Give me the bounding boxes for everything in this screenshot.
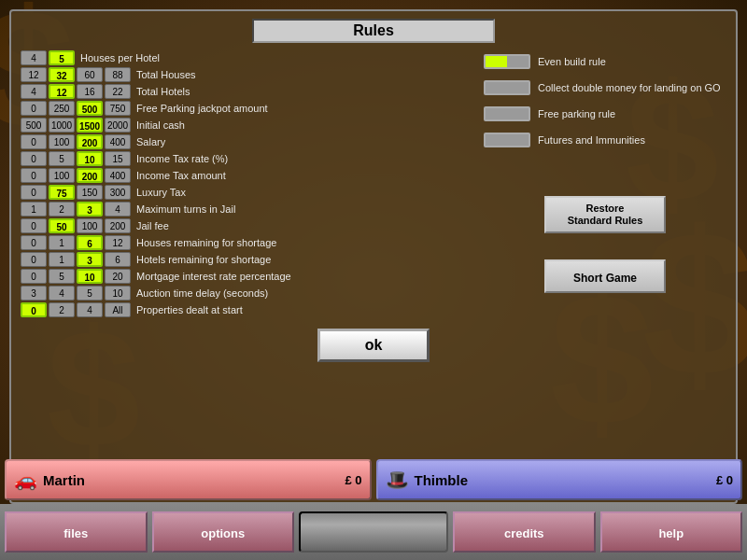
val-box-2-1[interactable]: 12 <box>49 84 75 99</box>
val-box-12-3[interactable]: 6 <box>105 252 131 267</box>
val-box-8-0[interactable]: 0 <box>21 185 47 200</box>
right-rule-row-0: Even build rule <box>484 54 726 69</box>
val-box-7-0[interactable]: 0 <box>21 168 47 183</box>
rule-row-1: 12326088Total Houses <box>21 67 474 82</box>
short-game-button[interactable]: Short Game <box>544 259 666 293</box>
val-box-4-2[interactable]: 1500 <box>77 118 103 133</box>
val-box-7-2[interactable]: 200 <box>77 168 103 183</box>
val-box-2-0[interactable]: 4 <box>21 84 47 99</box>
rule-row-6: 051015Income Tax rate (%) <box>21 151 474 166</box>
val-box-5-2[interactable]: 200 <box>77 134 103 149</box>
val-box-12-0[interactable]: 0 <box>21 252 47 267</box>
player-icon-martin: 🚗 <box>14 469 37 491</box>
val-box-4-1[interactable]: 1000 <box>49 118 75 133</box>
rule-row-5: 0100200400Salary <box>21 134 474 149</box>
player-panels: 🚗 Martin £ 0 🎩 Thimble £ 0 <box>0 459 747 502</box>
val-box-1-2[interactable]: 60 <box>77 67 103 82</box>
val-box-11-2[interactable]: 6 <box>77 235 103 250</box>
right-rule-label-0: Even build rule <box>538 56 606 67</box>
val-box-3-2[interactable]: 500 <box>77 101 103 116</box>
val-box-11-3[interactable]: 12 <box>105 235 131 250</box>
rule-label-10: Jail fee <box>136 220 169 231</box>
val-box-8-2[interactable]: 150 <box>77 185 103 200</box>
val-box-13-2[interactable]: 10 <box>77 269 103 284</box>
val-box-10-0[interactable]: 0 <box>21 218 47 233</box>
player-money-thimble: £ 0 <box>716 473 733 487</box>
main-panel: 45Houses per Hotel12326088Total Houses41… <box>9 9 738 504</box>
val-box-12-2[interactable]: 3 <box>77 252 103 267</box>
help-button[interactable]: help <box>600 511 743 553</box>
right-rule-row-1: Collect double money for landing on GO <box>484 80 726 95</box>
val-box-14-2[interactable]: 5 <box>77 286 103 301</box>
val-box-9-2[interactable]: 3 <box>77 202 103 217</box>
val-box-5-0[interactable]: 0 <box>21 134 47 149</box>
val-box-4-3[interactable]: 2000 <box>105 118 131 133</box>
val-box-6-3[interactable]: 15 <box>105 151 131 166</box>
val-box-0-1[interactable]: 5 <box>49 50 75 65</box>
ok-button[interactable]: ok <box>317 329 430 362</box>
val-box-0-0[interactable]: 4 <box>21 50 47 65</box>
title-input[interactable] <box>252 19 495 43</box>
val-box-1-0[interactable]: 12 <box>21 67 47 82</box>
val-box-3-1[interactable]: 250 <box>49 101 75 116</box>
player-money-martin: £ 0 <box>345 473 361 487</box>
val-box-6-0[interactable]: 0 <box>21 151 47 166</box>
bottom-bar: files options credits help <box>0 504 747 560</box>
val-box-12-1[interactable]: 1 <box>49 252 75 267</box>
restore-button[interactable]: RestoreStandard Rules <box>544 196 666 233</box>
val-box-2-3[interactable]: 22 <box>105 84 131 99</box>
val-box-13-1[interactable]: 5 <box>49 269 75 284</box>
val-box-9-0[interactable]: 1 <box>21 202 47 217</box>
val-box-10-1[interactable]: 50 <box>49 218 75 233</box>
val-box-15-0[interactable]: 0 <box>21 302 47 317</box>
toggle-3[interactable] <box>484 133 530 147</box>
val-box-15-1[interactable]: 2 <box>49 302 75 317</box>
files-button[interactable]: files <box>5 511 148 553</box>
toggle-1[interactable] <box>484 80 530 95</box>
rule-row-7: 0100200400Income Tax amount <box>21 168 474 183</box>
val-box-3-0[interactable]: 0 <box>21 101 47 116</box>
rule-row-0: 45Houses per Hotel <box>21 50 474 65</box>
rule-label-0: Houses per Hotel <box>80 52 160 63</box>
tray <box>299 511 448 553</box>
val-box-13-3[interactable]: 20 <box>105 269 131 284</box>
val-box-15-2[interactable]: 4 <box>77 302 103 317</box>
options-button[interactable]: options <box>152 511 295 553</box>
val-box-7-1[interactable]: 100 <box>49 168 75 183</box>
val-box-2-2[interactable]: 16 <box>77 84 103 99</box>
val-box-11-1[interactable]: 1 <box>49 235 75 250</box>
val-box-15-3[interactable]: All <box>105 302 131 317</box>
val-box-6-2[interactable]: 10 <box>77 151 103 166</box>
title-bar <box>11 11 736 47</box>
val-box-9-3[interactable]: 4 <box>105 202 131 217</box>
val-box-5-1[interactable]: 100 <box>49 134 75 149</box>
val-box-4-0[interactable]: 500 <box>21 118 47 133</box>
val-box-1-3[interactable]: 88 <box>105 67 131 82</box>
val-box-1-1[interactable]: 32 <box>49 67 75 82</box>
rule-label-5: Salary <box>136 136 165 147</box>
val-box-7-3[interactable]: 400 <box>105 168 131 183</box>
val-box-3-3[interactable]: 750 <box>105 101 131 116</box>
val-box-6-1[interactable]: 5 <box>49 151 75 166</box>
rule-row-14: 34510Auction time delay (seconds) <box>21 286 474 301</box>
val-box-9-1[interactable]: 2 <box>49 202 75 217</box>
val-box-11-0[interactable]: 0 <box>21 235 47 250</box>
toggle-0[interactable] <box>484 54 530 69</box>
val-box-13-0[interactable]: 0 <box>21 269 47 284</box>
credits-button[interactable]: credits <box>453 511 596 553</box>
rule-label-8: Luxury Tax <box>136 187 186 198</box>
rule-label-11: Houses remaining for shortage <box>136 237 276 248</box>
val-box-8-1[interactable]: 75 <box>49 185 75 200</box>
right-rule-label-2: Free parking rule <box>538 108 615 119</box>
val-box-8-3[interactable]: 300 <box>105 185 131 200</box>
toggle-2[interactable] <box>484 106 530 121</box>
val-box-5-3[interactable]: 400 <box>105 134 131 149</box>
val-box-10-2[interactable]: 100 <box>77 218 103 233</box>
val-box-14-3[interactable]: 10 <box>105 286 131 301</box>
val-box-14-0[interactable]: 3 <box>21 286 47 301</box>
right-rule-row-2: Free parking rule <box>484 106 726 121</box>
right-rule-label-3: Futures and Immunities <box>538 134 645 146</box>
rule-label-12: Hotels remaining for shortage <box>136 254 271 265</box>
val-box-14-1[interactable]: 4 <box>49 286 75 301</box>
val-box-10-3[interactable]: 200 <box>105 218 131 233</box>
